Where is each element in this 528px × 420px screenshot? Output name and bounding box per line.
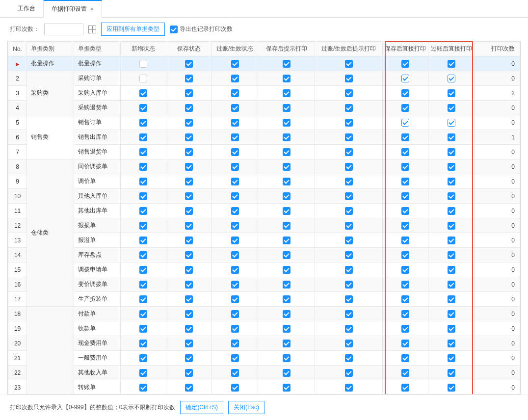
checkbox-save[interactable] [185, 310, 193, 318]
checkbox-post-direct[interactable] [448, 119, 455, 127]
checkbox-post-direct[interactable] [448, 340, 455, 347]
checkbox-post[interactable] [231, 340, 239, 347]
checkbox-save-direct[interactable] [401, 251, 409, 259]
checkbox-post[interactable] [231, 207, 239, 215]
checkbox-post[interactable] [231, 119, 239, 127]
checkbox-post[interactable] [231, 133, 239, 141]
checkbox-post-direct[interactable] [448, 75, 455, 82]
checkbox-post[interactable] [231, 281, 239, 289]
checkbox-save-direct[interactable] [401, 163, 409, 171]
checkbox-save-direct[interactable] [401, 192, 409, 200]
checkbox-save[interactable] [185, 281, 193, 289]
checkbox-new[interactable] [139, 310, 147, 318]
checkbox-post-prompt[interactable] [345, 236, 353, 244]
checkbox-post-prompt[interactable] [345, 325, 353, 333]
checkbox-post-prompt[interactable] [345, 119, 353, 127]
print-count-input[interactable] [44, 24, 83, 35]
checkbox-save-prompt[interactable] [283, 104, 290, 112]
checkbox-post[interactable] [231, 266, 239, 274]
row-count[interactable]: 0 [474, 336, 520, 351]
checkbox-new[interactable] [139, 75, 147, 82]
checkbox-post-direct[interactable] [448, 178, 455, 185]
checkbox-new[interactable] [139, 133, 147, 141]
checkbox-post[interactable] [231, 295, 239, 303]
checkbox-post-prompt[interactable] [345, 163, 353, 171]
checkbox-save-prompt[interactable] [283, 369, 290, 377]
checkbox-new[interactable] [139, 89, 147, 97]
checkbox-post-direct[interactable] [448, 325, 455, 333]
checkbox-save[interactable] [185, 295, 193, 303]
checkbox-save[interactable] [185, 119, 193, 127]
checkbox-post[interactable] [231, 192, 239, 200]
checkbox-new[interactable] [139, 163, 147, 171]
row-count[interactable]: 0 [474, 307, 520, 321]
checkbox-post-prompt[interactable] [345, 295, 353, 303]
batch-count[interactable]: 0 [474, 56, 520, 71]
checkbox-post[interactable] [231, 222, 239, 230]
apply-all-button[interactable]: 应用到所有单据类型 [101, 23, 165, 36]
checkbox-save-direct[interactable] [401, 266, 409, 274]
checkbox-new[interactable] [139, 104, 147, 112]
checkbox-save-direct[interactable] [401, 354, 409, 362]
checkbox-new[interactable] [139, 236, 147, 244]
checkbox-save-prompt[interactable] [283, 325, 290, 333]
checkbox-post-direct[interactable] [448, 236, 455, 244]
checkbox-save[interactable] [185, 369, 193, 377]
checkbox-post-prompt[interactable] [345, 60, 353, 68]
checkbox-new[interactable] [139, 178, 147, 185]
tab-workspace[interactable]: 工作台 [10, 0, 44, 17]
checkbox-post-direct[interactable] [448, 60, 455, 68]
checkbox-post-direct[interactable] [448, 384, 455, 392]
checkbox-post-prompt[interactable] [345, 340, 353, 347]
row-count[interactable]: 0 [474, 71, 520, 86]
checkbox-save-direct[interactable] [401, 340, 409, 347]
table-row[interactable]: 11其他出库单0 [8, 204, 520, 218]
checkbox-post-direct[interactable] [448, 148, 455, 156]
checkbox-new[interactable] [139, 340, 147, 347]
checkbox-post-prompt[interactable] [345, 251, 353, 259]
row-count[interactable]: 0 [474, 233, 520, 248]
checkbox-save[interactable] [185, 148, 193, 156]
checkbox-post-prompt[interactable] [345, 266, 353, 274]
checkbox-save-direct[interactable] [401, 75, 409, 82]
table-row[interactable]: 2采购类采购订单0 [8, 71, 520, 86]
checkbox-save-direct[interactable] [401, 119, 409, 127]
checkbox-save[interactable] [185, 266, 193, 274]
table-row[interactable]: 12报损单0 [8, 218, 520, 233]
row-count[interactable]: 0 [474, 248, 520, 262]
checkbox-save-prompt[interactable] [283, 75, 290, 82]
table-row[interactable]: 4采购退货单0 [8, 101, 520, 115]
checkbox-save-direct[interactable] [401, 236, 409, 244]
checkbox-save-direct[interactable] [401, 148, 409, 156]
checkbox-save-prompt[interactable] [283, 222, 290, 230]
checkbox-save-prompt[interactable] [283, 236, 290, 244]
table-row[interactable]: 8仓储类同价调拨单0 [8, 159, 520, 174]
checkbox-save-prompt[interactable] [283, 281, 290, 289]
row-count[interactable]: 0 [474, 292, 520, 307]
table-row[interactable]: 20现金费用单0 [8, 336, 520, 351]
checkbox-save-prompt[interactable] [283, 163, 290, 171]
checkbox-save-prompt[interactable] [283, 310, 290, 318]
checkbox-save[interactable] [185, 60, 193, 68]
checkbox-post-direct[interactable] [448, 207, 455, 215]
ok-button[interactable]: 确定(Ctrl+S) [180, 401, 223, 414]
checkbox-post[interactable] [231, 369, 239, 377]
checkbox-new[interactable] [139, 325, 147, 333]
checkbox-new[interactable] [139, 192, 147, 200]
checkbox-post-prompt[interactable] [345, 75, 353, 82]
checkbox-save-direct[interactable] [401, 60, 409, 68]
batch-row[interactable]: ▶ 批量操作 批量操作 0 [8, 56, 520, 71]
table-row[interactable]: 3采购入库单2 [8, 86, 520, 101]
checkbox-post-prompt[interactable] [345, 354, 353, 362]
checkbox-save-direct[interactable] [401, 310, 409, 318]
checkbox-post-direct[interactable] [448, 104, 455, 112]
checkbox-save-prompt[interactable] [283, 119, 290, 127]
row-count[interactable]: 0 [474, 366, 520, 380]
row-count[interactable]: 0 [474, 321, 520, 336]
grid-icon[interactable] [88, 26, 96, 33]
checkbox-save-prompt[interactable] [283, 178, 290, 185]
checkbox-post-direct[interactable] [448, 295, 455, 303]
checkbox-new[interactable] [139, 281, 147, 289]
row-count[interactable]: 0 [474, 159, 520, 174]
checkbox-post-prompt[interactable] [345, 178, 353, 185]
